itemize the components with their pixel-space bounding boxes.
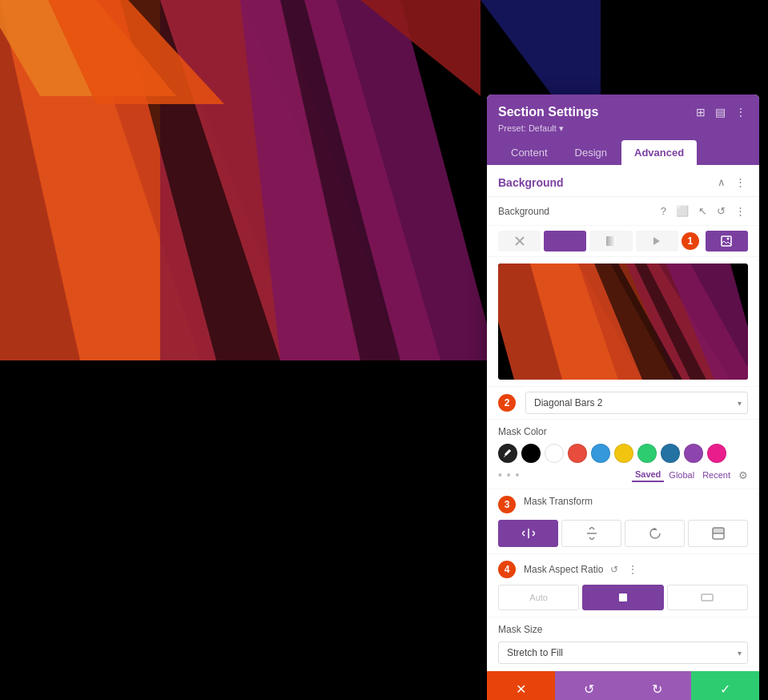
bg-reset-icon[interactable]: ↺ (714, 203, 728, 219)
mask-size-section: Mask Size Stretch to Fill Fit Actual Siz… (487, 618, 759, 671)
panel-footer: ✕ ↺ ↻ ✓ (487, 671, 759, 700)
cancel-button[interactable]: ✕ (487, 671, 555, 700)
mask-aspect-label: Mask Aspect Ratio (524, 564, 603, 575)
tab-advanced[interactable]: Advanced (621, 140, 697, 165)
badge-1: 1 (682, 232, 699, 250)
mask-dropdown[interactable]: Diagonal Bars 2 Diagonal Bars 1 Diagonal… (525, 392, 748, 414)
mask-color-section: Mask Color • • • Saved Global Recent (487, 420, 759, 489)
color-tab-recent[interactable]: Recent (699, 469, 734, 481)
mask-size-select-wrapper: Stretch to Fill Fit Actual Size Custom ▾ (498, 642, 748, 664)
type-color-btn[interactable] (544, 231, 586, 251)
swatch-green[interactable] (637, 444, 657, 463)
save-button[interactable]: ✓ (691, 671, 759, 700)
more-dots-icon[interactable]: • • • (498, 469, 520, 481)
badge3-wrapper: 3 (498, 496, 519, 513)
bg-row-icons: ? ⬜ ↖ ↺ ⋮ (658, 203, 748, 219)
panel-tabs: Content Design Advanced (487, 140, 759, 165)
mask-aspect-ratio-section: 4 Mask Aspect Ratio ↺ ⋮ Auto (487, 554, 759, 618)
type-video-btn[interactable] (636, 231, 678, 251)
svg-rect-31 (702, 594, 713, 601)
svg-rect-30 (619, 593, 627, 601)
bg-desktop-icon[interactable]: ⬜ (674, 203, 691, 219)
panel-more-icon[interactable]: ⋮ (734, 104, 748, 120)
color-tabs-row: • • • Saved Global Recent ⚙ (498, 468, 748, 482)
type-gradient-btn[interactable] (589, 231, 632, 251)
swatch-white[interactable] (545, 444, 564, 463)
color-swatches (498, 444, 748, 463)
section-more-icon[interactable]: ⋮ (733, 175, 748, 190)
swatch-black[interactable] (521, 444, 541, 463)
panel-columns-icon[interactable]: ▤ (714, 104, 727, 120)
svg-rect-15 (606, 236, 616, 246)
svg-marker-16 (653, 237, 660, 245)
mask-transform-section: 3 Mask Transform (487, 489, 759, 554)
color-tab-saved[interactable]: Saved (632, 468, 664, 482)
mask-size-label: Mask Size (498, 624, 748, 635)
panel-title: Section Settings (498, 105, 598, 119)
background-title: Background (498, 176, 564, 189)
bg-cursor-icon[interactable]: ↖ (696, 203, 710, 219)
settings-panel: Section Settings ⊞ ▤ ⋮ Preset: Default ▾… (487, 95, 759, 700)
tab-content[interactable]: Content (498, 140, 561, 165)
aspect-buttons: Auto (498, 585, 748, 610)
aspect-landscape-btn[interactable] (667, 585, 748, 610)
swatch-pink[interactable] (707, 444, 726, 463)
undo-button[interactable]: ↺ (555, 671, 623, 700)
badge-2: 2 (498, 394, 516, 412)
badge-4: 4 (498, 561, 516, 578)
type-none-btn[interactable] (498, 231, 541, 251)
svg-rect-14 (561, 236, 570, 246)
svg-rect-17 (722, 236, 731, 246)
background-section-header: Background ∧ ⋮ (487, 165, 759, 197)
swatch-blue[interactable] (591, 444, 610, 463)
transform-flip-h-btn[interactable] (498, 520, 558, 547)
eyedropper-swatch[interactable] (498, 444, 517, 463)
svg-point-18 (727, 238, 730, 240)
mask-dropdown-row: 2 Diagonal Bars 2 Diagonal Bars 1 Diagon… (487, 387, 759, 420)
mask-transform-label: Mask Transform (524, 496, 593, 507)
aspect-more-btn[interactable]: ⋮ (625, 562, 640, 577)
swatch-red[interactable] (568, 444, 587, 463)
type-image-btn[interactable] (706, 231, 748, 251)
preview-container (487, 257, 759, 387)
aspect-reset-btn[interactable]: ↺ (608, 562, 621, 577)
swatch-darkblue[interactable] (661, 444, 680, 463)
undo-icon: ↺ (584, 682, 594, 697)
aspect-square-btn[interactable] (582, 585, 663, 610)
preview-image (498, 264, 748, 380)
transform-invert-btn[interactable] (688, 520, 748, 547)
bg-help-icon[interactable]: ? (658, 203, 669, 219)
cancel-icon: ✕ (516, 682, 526, 697)
redo-icon: ↻ (652, 682, 662, 697)
badge-3: 3 (498, 496, 516, 513)
transform-rotate-btn[interactable] (625, 520, 685, 547)
panel-expand-icon[interactable]: ⊞ (694, 104, 707, 120)
svg-rect-29 (713, 528, 724, 533)
redo-button[interactable]: ↻ (623, 671, 691, 700)
panel-body: Background ∧ ⋮ Background ? ⬜ ↖ ↺ ⋮ (487, 165, 759, 671)
section-collapse-icon[interactable]: ∧ (715, 175, 728, 190)
save-icon: ✓ (720, 682, 730, 697)
color-tab-global[interactable]: Global (665, 469, 698, 481)
section-header-icons: ∧ ⋮ (715, 175, 748, 190)
mask-size-dropdown[interactable]: Stretch to Fill Fit Actual Size Custom (498, 642, 748, 664)
swatch-yellow[interactable] (614, 444, 633, 463)
aspect-label-row: 4 Mask Aspect Ratio ↺ ⋮ (498, 561, 748, 578)
transform-flip-v-btn[interactable] (561, 520, 621, 547)
aspect-auto-btn[interactable]: Auto (498, 585, 579, 610)
badge2-wrapper: 2 (498, 394, 519, 412)
swatch-purple[interactable] (684, 444, 703, 463)
mask-color-label: Mask Color (498, 426, 748, 437)
panel-preset[interactable]: Preset: Default ▾ (498, 123, 748, 134)
badge1-wrapper: 1 (682, 232, 702, 250)
panel-title-icons: ⊞ ▤ ⋮ (694, 104, 748, 120)
background-label: Background (498, 206, 549, 217)
color-gear-icon[interactable]: ⚙ (738, 469, 748, 481)
background-row: Background ? ⬜ ↖ ↺ ⋮ (487, 197, 759, 226)
mask-select-wrapper: Diagonal Bars 2 Diagonal Bars 1 Diagonal… (525, 392, 748, 414)
tab-design[interactable]: Design (562, 140, 620, 165)
transform-buttons (498, 520, 748, 547)
bg-more-icon[interactable]: ⋮ (733, 203, 748, 219)
panel-header: Section Settings ⊞ ▤ ⋮ Preset: Default ▾ (487, 95, 759, 140)
badge4-wrapper: 4 (498, 561, 519, 578)
